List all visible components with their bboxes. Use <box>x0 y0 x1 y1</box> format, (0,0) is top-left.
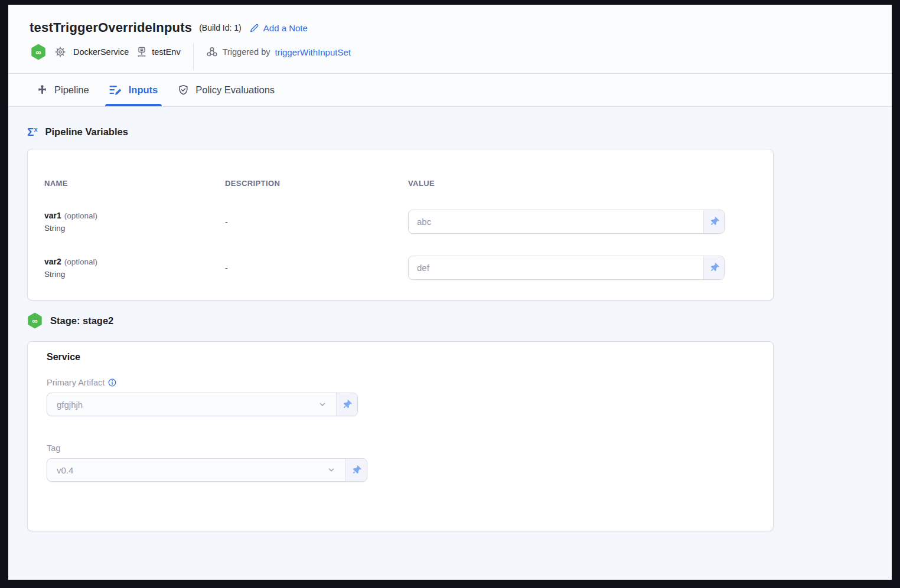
variable-description: - <box>225 263 408 273</box>
add-note-label: Add a Note <box>263 23 308 33</box>
pin-icon <box>352 466 361 475</box>
variable-row-var1: var1(optional) String - <box>44 210 756 234</box>
gear-icon <box>54 46 66 58</box>
primary-artifact-value: gfgjhjh <box>57 400 83 410</box>
chevron-down-icon <box>327 466 335 474</box>
meta-divider <box>193 43 194 70</box>
pin-icon <box>710 217 719 226</box>
add-note-link[interactable]: Add a Note <box>250 23 308 33</box>
tab-pipeline-label: Pipeline <box>54 84 89 96</box>
pin-button-var1[interactable] <box>703 210 724 233</box>
tag-value: v0.4 <box>57 465 73 475</box>
meta-row: ∞ DockerService testEnv <box>8 43 892 61</box>
inputs-tab-content: Σx Pipeline Variables NAME DESCRIPTION V… <box>8 107 892 580</box>
variable-description: - <box>225 217 408 227</box>
sigma-variables-icon: Σx <box>27 126 38 138</box>
tab-inputs-label: Inputs <box>129 84 158 96</box>
trigger-icon <box>206 46 218 58</box>
page-title: testTriggerOverrideInputs <box>30 20 192 35</box>
svg-text:∞: ∞ <box>32 316 37 325</box>
variable-value-input-var1[interactable] <box>409 210 703 233</box>
inputs-icon <box>109 84 122 96</box>
trigger-meta: Triggered by triggerWithInputSet <box>206 46 351 58</box>
service-card: Service Primary Artifact gfgjhjh <box>27 341 774 531</box>
primary-artifact-label-row: Primary Artifact <box>47 378 754 387</box>
execution-header: testTriggerOverrideInputs (Build Id: 1) … <box>8 5 892 74</box>
execution-page: testTriggerOverrideInputs (Build Id: 1) … <box>8 5 892 580</box>
tab-inputs[interactable]: Inputs <box>109 74 158 106</box>
tab-pipeline[interactable]: Pipeline <box>37 74 89 106</box>
pencil-icon <box>250 23 259 32</box>
pin-icon <box>343 400 351 409</box>
pipeline-icon <box>37 84 48 96</box>
variable-type: String <box>44 270 225 279</box>
pin-icon <box>710 263 719 272</box>
variable-value-input-var2[interactable] <box>409 256 703 279</box>
harness-cd-icon: ∞ <box>31 44 46 60</box>
variables-table-header: NAME DESCRIPTION VALUE <box>44 179 756 188</box>
primary-artifact-select[interactable]: gfgjhjh <box>47 393 336 416</box>
primary-artifact-select-group: gfgjhjh <box>47 393 358 416</box>
variable-name-cell: var2(optional) String <box>44 257 225 279</box>
tag-label: Tag <box>47 443 60 453</box>
stage-title: Stage: stage2 <box>50 315 113 326</box>
variable-type: String <box>44 224 225 233</box>
triggered-by-label: Triggered by <box>223 47 270 57</box>
tab-policy-evaluations-label: Policy Evaluations <box>195 84 275 96</box>
tag-select[interactable]: v0.4 <box>47 459 345 481</box>
pipeline-variables-title: Pipeline Variables <box>45 126 128 138</box>
variable-name-cell: var1(optional) String <box>44 211 225 233</box>
tag-label-row: Tag <box>47 443 754 453</box>
pipeline-variables-card: NAME DESCRIPTION VALUE var1(optional) St… <box>27 149 774 300</box>
pipeline-variables-heading: Σx Pipeline Variables <box>27 126 873 138</box>
desktop-frame: testTriggerOverrideInputs (Build Id: 1) … <box>0 0 900 588</box>
variable-optional-label: (optional) <box>64 257 97 266</box>
tab-policy-evaluations[interactable]: Policy Evaluations <box>178 74 275 106</box>
tag-select-group: v0.4 <box>47 458 367 482</box>
title-row: testTriggerOverrideInputs (Build Id: 1) … <box>8 5 892 35</box>
pin-button-tag[interactable] <box>345 459 367 481</box>
environment-name: testEnv <box>152 47 180 57</box>
column-header-value: VALUE <box>408 179 756 188</box>
stage-heading: ∞ Stage: stage2 <box>27 312 873 329</box>
chevron-down-icon <box>318 400 327 409</box>
variable-row-var2: var2(optional) String - <box>44 256 756 280</box>
variable-value-group <box>408 256 725 280</box>
info-icon[interactable] <box>108 378 116 387</box>
trigger-name-link[interactable]: triggerWithInputSet <box>275 47 351 57</box>
pin-button-var2[interactable] <box>703 256 724 279</box>
column-header-description: DESCRIPTION <box>225 179 408 188</box>
harness-stage-icon: ∞ <box>27 312 43 329</box>
pin-button-primary-artifact[interactable] <box>336 393 357 416</box>
environment-icon <box>136 46 148 58</box>
svg-text:∞: ∞ <box>35 48 41 57</box>
environment-meta: testEnv <box>136 46 180 58</box>
variable-name: var2 <box>44 257 61 266</box>
build-id: (Build Id: 1) <box>199 23 242 32</box>
service-card-title: Service <box>47 352 754 362</box>
service-name: DockerService <box>73 47 129 57</box>
primary-artifact-label: Primary Artifact <box>47 378 105 387</box>
variable-name: var1 <box>44 211 61 220</box>
variable-optional-label: (optional) <box>64 211 97 220</box>
column-header-name: NAME <box>44 179 225 188</box>
tab-bar: Pipeline Inputs Policy Evaluations <box>8 74 892 107</box>
service-meta: DockerService <box>54 46 129 58</box>
variable-value-group <box>408 210 725 234</box>
shield-check-icon <box>178 84 189 96</box>
